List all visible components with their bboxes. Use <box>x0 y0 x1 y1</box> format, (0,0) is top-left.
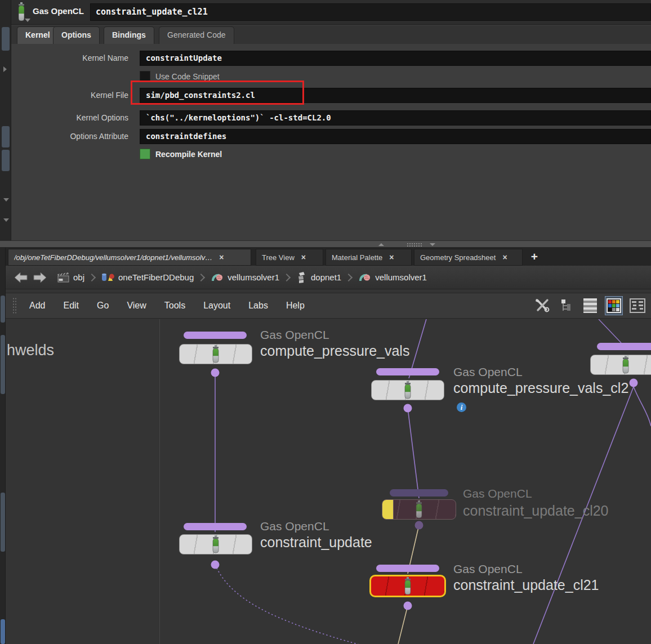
splitter-down-icon[interactable] <box>430 243 435 246</box>
geometry-icon <box>101 272 115 283</box>
close-icon[interactable]: × <box>389 253 394 262</box>
menu-add[interactable]: Add <box>23 296 52 315</box>
node-name-label: constraint_update_cl21 <box>453 577 599 593</box>
node-constraint-update-cl21[interactable] <box>369 575 446 597</box>
menu-go[interactable]: Go <box>90 296 115 315</box>
node-name-label: constraint_update_cl20 <box>463 503 609 519</box>
menu-tools[interactable]: Tools <box>158 296 192 315</box>
breadcrumb-item-obj[interactable]: obj <box>55 272 87 283</box>
close-icon[interactable]: × <box>301 253 306 262</box>
node-ring-constraint-update[interactable] <box>184 523 247 530</box>
node-compute-pressure-vals[interactable] <box>179 344 252 364</box>
use-code-snippet-checkbox[interactable] <box>140 71 150 82</box>
left-edge-scrollbar[interactable] <box>0 248 6 644</box>
options-attribute-field[interactable]: constraintdefines <box>140 129 651 144</box>
node-type-label: Gas OpenCL <box>260 520 329 533</box>
parameter-body: Kernel Name constraintUpdate Use Code Sn… <box>11 44 651 240</box>
node-ring-constraint-update-cl21[interactable] <box>376 565 439 572</box>
network-canvas[interactable]: hwelds <box>6 319 651 644</box>
breadcrumb-label: oneTetFiberDDebug <box>118 272 194 282</box>
scrollbar-thumb[interactable] <box>1 493 5 552</box>
breadcrumb-item-dopnet1[interactable]: dopnet1 <box>294 271 344 284</box>
kernel-options-label: Kernel Options <box>11 113 128 122</box>
menu-layout[interactable]: Layout <box>197 296 237 315</box>
scrollbar-thumb[interactable] <box>1 296 5 323</box>
node-constraint-update-cl20[interactable] <box>382 499 456 520</box>
breadcrumb-separator-icon <box>345 273 353 281</box>
menu-help[interactable]: Help <box>279 296 311 315</box>
node-compute-pressure-vals-cl2[interactable] <box>371 380 444 400</box>
layout-options-button[interactable] <box>628 296 646 315</box>
collapse-arrow-icon[interactable] <box>3 218 9 222</box>
info-badge-icon[interactable]: i <box>457 402 466 412</box>
menu-labs[interactable]: Labs <box>242 296 275 315</box>
node-ring-constraint-update-cl20[interactable] <box>390 489 448 497</box>
parameter-pane: Gas OpenCL constraint_update_cl21 Kernel… <box>11 0 651 240</box>
menu-view[interactable]: View <box>120 296 153 315</box>
pane-tab-label: Tree View <box>262 253 295 262</box>
gas-tank-icon <box>414 500 424 518</box>
menu-edit[interactable]: Edit <box>56 296 86 315</box>
node-name-label: compute_pressure_vals <box>260 343 409 359</box>
tab-generated-code[interactable]: Generated Code <box>159 26 234 44</box>
back-arrow-icon[interactable] <box>14 271 28 284</box>
scrollbar-thumb[interactable] <box>1 619 5 644</box>
gas-tank-icon <box>403 381 413 399</box>
color-palette-button[interactable] <box>605 296 623 315</box>
use-code-snippet-label: Use Code Snippet <box>155 72 220 81</box>
node-clipped[interactable] <box>590 355 651 375</box>
strip-segment[interactable] <box>2 27 10 51</box>
tab-bindings[interactable]: Bindings <box>104 26 154 44</box>
node-type-label: Gas OpenCL <box>453 365 523 379</box>
kernel-name-field[interactable]: constraintUpdate <box>140 51 651 66</box>
tree-hierarchy-icon <box>560 298 573 313</box>
chevron-down-icon[interactable] <box>25 19 30 22</box>
new-tab-button[interactable]: + <box>527 249 542 264</box>
splitter-grip[interactable] <box>407 243 422 247</box>
tree-view-button[interactable] <box>558 296 576 315</box>
collapse-arrow-icon[interactable] <box>3 66 7 72</box>
strip-segment[interactable] <box>2 126 10 147</box>
tools-settings-button[interactable] <box>534 296 552 315</box>
forward-arrow-icon[interactable] <box>33 271 47 284</box>
collapse-arrow-icon[interactable] <box>3 198 9 202</box>
vellum-brain-icon <box>358 272 372 283</box>
kernel-file-label: Kernel File <box>11 91 128 100</box>
pane-tab-network[interactable]: /obj/oneTetFiberDDebug/vellumsolver1/dop… <box>8 249 251 266</box>
breadcrumb-separator-icon <box>88 273 96 281</box>
node-constraint-update[interactable] <box>179 534 252 554</box>
strip-segment[interactable] <box>2 150 10 171</box>
gas-tank-icon <box>621 356 631 374</box>
breadcrumb-label: obj <box>73 272 84 282</box>
close-icon[interactable]: × <box>502 253 507 262</box>
recompile-kernel-checkbox[interactable] <box>140 149 150 159</box>
bypass-flag[interactable] <box>382 500 394 519</box>
scrollbar-thumb[interactable] <box>1 335 5 394</box>
breadcrumb-item-vellumsolver1-dop[interactable]: vellumsolver1 <box>356 272 429 283</box>
menubar-grip[interactable] <box>12 297 17 314</box>
layout-icon <box>630 298 645 313</box>
wrench-screwdriver-icon <box>535 298 551 313</box>
breadcrumb-label: dopnet1 <box>311 272 341 282</box>
network-menu-bar: Add Edit Go View Tools Layout Labs Help <box>6 293 651 319</box>
node-ring-clipped[interactable] <box>597 343 651 350</box>
node-ring-compute-pressure-vals[interactable] <box>184 332 247 339</box>
kernel-file-field[interactable]: sim/pbd_constraints2.cl <box>140 88 651 103</box>
splitter-up-icon[interactable] <box>378 243 384 246</box>
breadcrumb-item-vellumsolver1[interactable]: vellumsolver1 <box>208 272 282 283</box>
pane-tab-tree-view[interactable]: Tree View × <box>256 249 323 266</box>
pane-splitter[interactable] <box>0 240 651 248</box>
left-edge-toolbar[interactable] <box>0 0 11 248</box>
list-view-button[interactable] <box>581 296 599 315</box>
tab-kernel[interactable]: Kernel <box>17 26 59 44</box>
tab-options[interactable]: Options <box>53 26 100 44</box>
network-path-bar: obj oneTetFiberDDebug vellums <box>6 266 651 289</box>
breadcrumb-item-oneTetFiberDDebug[interactable]: oneTetFiberDDebug <box>99 272 196 283</box>
node-name-field[interactable]: constraint_update_cl21 <box>90 3 651 21</box>
pane-tab-material-palette[interactable]: Material Palette × <box>326 249 412 266</box>
kernel-options-field[interactable]: `chs("../kerneloptions")` -cl-std=CL2.0 <box>140 110 651 126</box>
pane-tab-geometry-spreadsheet[interactable]: Geometry Spreadsheet × <box>414 249 523 266</box>
close-icon[interactable]: × <box>219 253 224 262</box>
clapperboard-icon <box>57 272 70 283</box>
node-ring-compute-pressure-vals-cl2[interactable] <box>376 368 439 375</box>
